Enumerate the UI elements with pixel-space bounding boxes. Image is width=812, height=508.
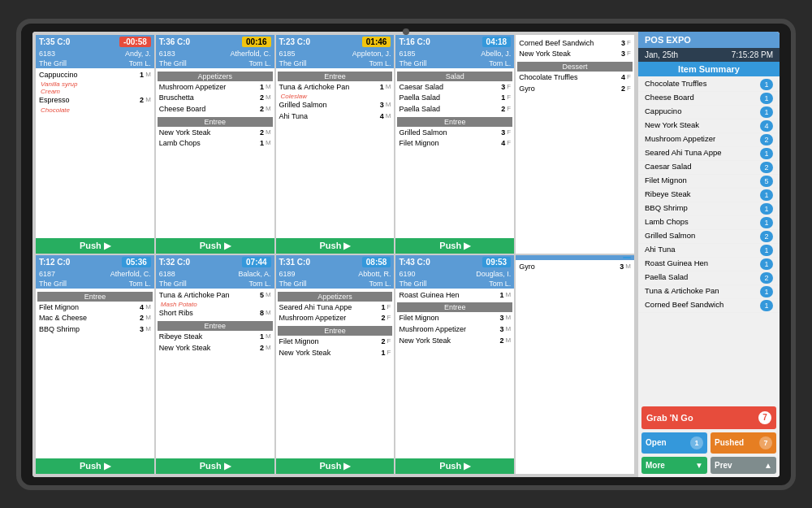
list-item: Roast Guinea Hen1 [638,258,780,271]
section-entree-9: Entree [397,302,512,312]
order-header-2: T:36 C:0 00:16 [156,35,274,49]
order-subheader-1: 6183 Andy, J. [36,49,154,59]
table-id-2: T:36 C:0 [159,37,190,46]
timer-3: 01:46 [362,37,391,47]
timer-10 [623,257,631,258]
list-item: Grilled Salmon2 [638,230,780,244]
timer-6: 05:36 [122,257,151,267]
push-button-3[interactable]: Push ▶ [276,238,395,254]
order-location-8: The Grill Tom L. [276,279,395,289]
location-6: The Grill [39,280,67,288]
table-id-9: T:43 C:0 [399,258,430,267]
list-item: Filet Mignon 4F [397,138,512,150]
order-body-7: Tuna & Artichoke Pan 5M Mash Potato Shor… [156,289,274,458]
list-item: New York Steak4 [638,119,780,133]
grab-badge: 7 [758,411,771,424]
order-location-6: The Grill Tom L. [36,279,154,289]
list-item: Chocolate Truffles 4F [517,72,633,84]
section-appetizers-8: Appetizers [278,292,393,302]
more-prev-row: More ▼ Prev ▲ [641,457,776,474]
list-item: Cheese Board 2M [158,104,273,115]
push-button-8[interactable]: Push ▶ [276,458,395,474]
grab-label: Grab 'N Go [646,413,693,423]
push-button-6[interactable]: Push ▶ [36,458,154,474]
push-button-4[interactable]: Push ▶ [395,238,514,254]
main-content: T:35 C:0 -00:58 6183 Andy, J. The Grill … [32,32,637,477]
list-item: Corned Beef Sandwich1 [638,299,780,313]
push-button-9[interactable]: Push ▶ [395,458,514,474]
order-body-2: Appetizers Mushroom Appetizer 1M Brusche… [156,68,274,238]
push-button-7[interactable]: Push ▶ [156,458,274,474]
grab-n-go-button[interactable]: Grab 'N Go 7 [641,406,776,429]
staff-9: Tom L. [489,280,511,288]
table-id-4: T:16 C:0 [399,37,430,46]
timer-9: 09:53 [482,257,512,267]
open-button[interactable]: Open 1 [641,432,707,454]
order-card-9: T:43 C:0 09:53 6190 Douglas, I. The Gril… [395,255,514,474]
table-id-8: T:31 C:0 [279,258,310,267]
server-2: Atherfold, C. [231,50,271,58]
list-item: Tuna & Artichoke Pan 1M [278,82,393,93]
list-item: Ribeye Steak1 [638,189,780,202]
list-item: Lamb Chops 1M [158,138,273,150]
location-1: The Grill [39,59,67,67]
check-6: 6187 [39,270,55,278]
table-id-3: T:23 C:0 [279,37,310,46]
screen: T:35 C:0 -00:58 6183 Andy, J. The Grill … [32,32,780,477]
order-body-4: Salad Caesar Salad 3F Paella Salad 1F Pa… [395,68,514,238]
check-8: 6189 [279,270,296,278]
order-header-8: T:31 C:0 08:58 [276,255,395,269]
list-item: Roast Guinea Hen 1M [397,290,512,302]
pushed-button[interactable]: Pushed 7 [710,432,776,454]
list-item: Chocolate Truffles1 [638,78,780,92]
item-note: Mash Potato [158,301,273,308]
list-item: Filet Mignon5 [638,175,780,189]
list-item: Paella Salad2 [638,271,780,285]
order-body-1: Cappuccino 1 M Vanilla syrupCream Espres… [36,68,154,238]
location-3: The Grill [279,59,307,67]
order-subheader-4: 6185 Abello, J. [395,49,514,59]
prev-button[interactable]: Prev ▲ [710,457,776,474]
list-item: Grilled Salmon 3M [278,100,393,111]
push-button-1[interactable]: Push ▶ [36,238,154,254]
list-item: Seared Ahi Tuna Appe 1F [278,302,393,314]
order-card-6: T:12 C:0 05:36 6187 Atherfold, C. The Gr… [36,255,154,474]
location-7: The Grill [159,280,187,288]
orders-grid: T:35 C:0 -00:58 6183 Andy, J. The Grill … [32,32,637,477]
server-7: Balack, A. [239,270,271,278]
timer-7: 07:44 [242,257,271,267]
list-item: Gyro 3M [517,262,633,273]
list-item: BBQ Shrimp 3M [37,324,153,336]
list-item: Paella Salad 2F [397,104,512,115]
list-item: Filet Mignon 3M [397,313,512,324]
order-subheader-9: 6190 Douglas, I. [395,269,514,279]
order-body-5: Corned Beef Sandwich 3F New York Steak 3… [516,35,634,254]
server-9: Douglas, I. [476,270,511,278]
push-button-2[interactable]: Push ▶ [156,238,274,254]
order-location-2: The Grill Tom L. [156,59,274,68]
list-item: Filet Mignon 2F [278,336,393,348]
list-item: Corned Beef Sandwich 3F [517,38,633,50]
order-location-3: The Grill Tom L. [276,59,395,68]
down-arrow-icon: ▼ [695,461,703,470]
order-card-8: T:31 C:0 08:58 6189 Abbott, R. The Grill… [276,255,395,474]
order-card-1: T:35 C:0 -00:58 6183 Andy, J. The Grill … [36,35,154,254]
more-button[interactable]: More ▼ [641,457,707,474]
order-body-6: Entree Filet Mignon 4M Mac & Cheese 2M B… [36,289,154,458]
order-subheader-7: 6188 Balack, A. [156,269,274,279]
list-item: Caesar Salad2 [638,161,780,175]
list-item: New York Steak 2M [158,128,273,139]
section-entree-7: Entree [158,321,273,331]
list-item: Mushroom Appetizer 1M [158,82,273,93]
order-card-5: Corned Beef Sandwich 3F New York Steak 3… [516,35,634,254]
table-id-7: T:32 C:0 [159,258,190,267]
check-1: 6183 [39,50,55,58]
order-header-3: T:23 C:0 01:46 [276,35,395,49]
order-location-4: The Grill Tom L. [395,59,514,68]
sidebar-title: POS EXPO [638,32,780,48]
open-pushed-row: Open 1 Pushed 7 [641,432,776,454]
table-id-6: T:12 C:0 [39,258,70,267]
order-card-4: T:16 C:0 04:18 6185 Abello, J. The Grill… [395,35,514,254]
server-8: Abbott, R. [358,270,391,278]
sidebar-buttons: Grab 'N Go 7 Open 1 Pushed 7 More [638,403,780,477]
